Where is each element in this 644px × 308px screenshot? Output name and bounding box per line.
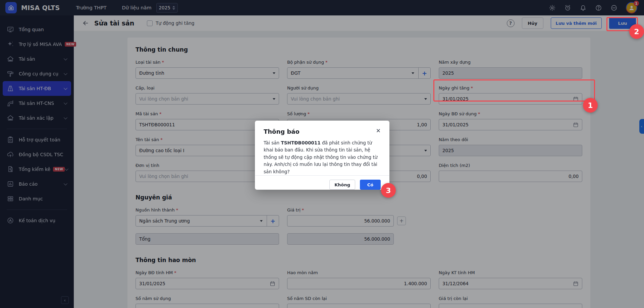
dialog-message: Tài sản TSHTĐB000011 đã phát sinh chứng … (255, 135, 389, 175)
annotation-step-3: 3 (381, 183, 396, 198)
dialog-title: Thông báo (264, 128, 300, 135)
annotation-step-2: 2 (629, 24, 644, 39)
close-icon[interactable]: ✕ (376, 128, 381, 134)
annotation-step-1: 1 (583, 98, 598, 113)
no-button[interactable]: Không (329, 180, 355, 190)
yes-button[interactable]: Có (360, 180, 381, 190)
asset-code: TSHTĐB000011 (281, 140, 321, 145)
notification-dialog: Thông báo ✕ Tài sản TSHTĐB000011 đã phát… (255, 121, 389, 190)
